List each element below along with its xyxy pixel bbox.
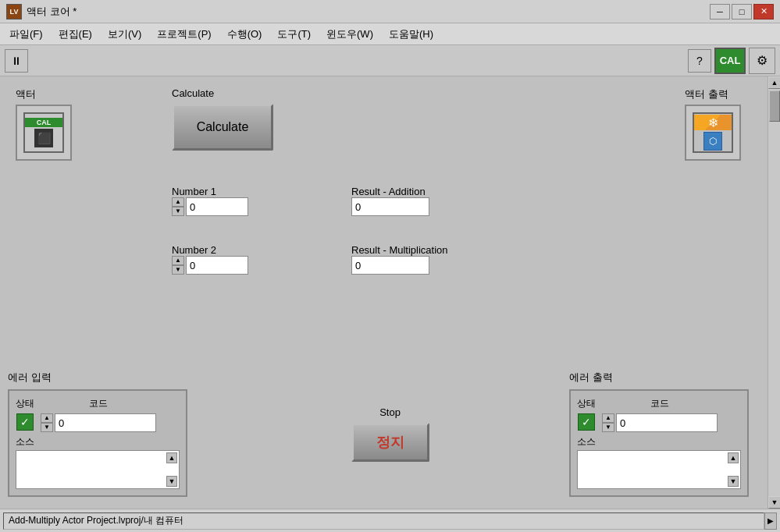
error-input-code-col: 코드 ▲ ▼ — [41, 397, 156, 432]
output-source-scroll-down[interactable]: ▼ — [728, 476, 739, 487]
error-input-box: 상태 ✓ 코드 ▲ ▼ 소스 — [8, 389, 187, 497]
status-text: Add-Multiply Actor Project.lvproj/내 컴퓨터 — [3, 512, 764, 530]
result-multiplication-input[interactable] — [351, 256, 429, 275]
toolbar-left: ⏸ — [5, 49, 28, 73]
error-code-up[interactable]: ▲ — [41, 413, 53, 423]
error-output-row: 상태 ✓ 코드 ▲ ▼ — [577, 397, 741, 432]
number1-label: Number 1 — [172, 186, 248, 197]
scroll-down-arrow[interactable]: ▼ — [768, 496, 780, 509]
error-input-code-field[interactable] — [55, 413, 156, 432]
title-bar-left: LV 액터 코어 * — [6, 4, 77, 20]
toolbar-right: ? CAL ⚙ — [688, 48, 775, 74]
help-icon: ? — [696, 55, 703, 67]
result-multiplication-label: Result - Multiplication — [351, 244, 448, 256]
error-output-state-col: 상태 ✓ — [577, 397, 596, 431]
result-addition-label: Result - Addition — [351, 186, 429, 197]
scroll-up-arrow[interactable]: ▲ — [768, 76, 780, 89]
error-code-spinner: ▲ ▼ — [41, 413, 53, 432]
close-button[interactable]: ✕ — [753, 4, 774, 20]
restore-button[interactable]: □ — [732, 4, 752, 20]
scroll-track — [768, 89, 780, 496]
error-output-code-label: 코드 — [650, 397, 669, 410]
error-output-code-col: 코드 ▲ ▼ — [602, 397, 718, 432]
result-multiplication-group: Result - Multiplication — [351, 244, 448, 275]
error-code-down[interactable]: ▼ — [41, 423, 53, 432]
error-input-source-label: 소스 — [16, 435, 180, 449]
number2-group: Number 2 ▲ ▼ — [172, 244, 248, 275]
number1-input[interactable] — [186, 197, 248, 216]
cal-label: CAL — [720, 55, 741, 66]
number2-spinner: ▲ ▼ — [172, 256, 184, 275]
stop-section: Stop 정지 — [351, 406, 429, 462]
number1-up[interactable]: ▲ — [172, 197, 184, 207]
number1-down[interactable]: ▼ — [172, 207, 184, 216]
gear-icon: ⚙ — [757, 53, 768, 68]
pause-button[interactable]: ⏸ — [5, 49, 28, 73]
actor-output-inner: ❄ ⬡ — [693, 112, 733, 153]
status-bar: Add-Multiply Actor Project.lvproj/내 컴퓨터 … — [0, 509, 780, 532]
menu-help[interactable]: 도움말(H) — [383, 25, 440, 44]
toolbar: ⏸ ? CAL ⚙ — [0, 45, 780, 76]
minimize-button[interactable]: ─ — [710, 4, 730, 20]
cube3d-icon: ⬡ — [703, 132, 722, 151]
error-output-source-label: 소스 — [577, 435, 741, 449]
scroll-thumb[interactable] — [769, 90, 780, 122]
result-addition-group: Result - Addition — [351, 186, 429, 216]
stop-button[interactable]: 정지 — [351, 423, 429, 462]
error-input-state-label: 상태 — [16, 397, 34, 410]
error-input-row: 상태 ✓ 코드 ▲ ▼ — [16, 397, 180, 432]
error-output-code-field[interactable] — [616, 413, 718, 432]
error-input-check-icon: ✓ — [16, 413, 34, 431]
error-input-title: 에러 입력 — [8, 371, 187, 385]
actor-output-block: 액터 출력 ❄ ⬡ — [685, 87, 741, 161]
error-input-section: 에러 입력 상태 ✓ 코드 ▲ ▼ — [8, 371, 187, 497]
menu-tools[interactable]: 도구(T) — [271, 25, 317, 44]
right-scrollbar: ▲ ▼ — [768, 76, 780, 509]
actor-output-label: 액터 출력 — [685, 87, 741, 101]
output-source-scroll-up[interactable]: ▲ — [728, 452, 739, 463]
number2-input[interactable] — [186, 256, 248, 275]
window-title: 액터 코어 * — [27, 5, 77, 19]
actor-inner: CAL ⬛ — [23, 112, 64, 153]
actor-icon-box: CAL ⬛ — [16, 105, 72, 161]
stop-label: Stop — [379, 406, 401, 418]
number2-up[interactable]: ▲ — [172, 256, 184, 265]
main-content: 액터 CAL ⬛ 액터 출력 ❄ ⬡ Calculate Calculate — [0, 76, 780, 509]
error-output-box: 상태 ✓ 코드 ▲ ▼ 소스 — [569, 389, 749, 497]
error-input-state-col: 상태 ✓ — [16, 397, 34, 431]
number2-down[interactable]: ▼ — [172, 265, 184, 275]
calculate-button[interactable]: Calculate — [172, 104, 273, 151]
gear-toolbar-button[interactable]: ⚙ — [749, 48, 775, 74]
menu-edit[interactable]: 편집(E) — [52, 25, 98, 44]
error-input-code-label: 코드 — [89, 397, 108, 410]
source-scroll-up[interactable]: ▲ — [166, 452, 177, 463]
menu-project[interactable]: 프로젝트(P) — [151, 25, 217, 44]
number1-spinner: ▲ ▼ — [172, 197, 184, 216]
help-button[interactable]: ? — [688, 49, 711, 73]
number2-label: Number 2 — [172, 244, 248, 256]
pause-icon: ⏸ — [11, 55, 22, 67]
title-bar: LV 액터 코어 * ─ □ ✕ — [0, 0, 780, 23]
error-output-section: 에러 출력 상태 ✓ 코드 ▲ ▼ — [569, 371, 749, 497]
menu-file[interactable]: 파일(F) — [3, 25, 49, 44]
menu-view[interactable]: 보기(V) — [102, 25, 148, 44]
menu-run[interactable]: 수행(O) — [221, 25, 269, 44]
cal-toolbar-button[interactable]: CAL — [714, 48, 746, 74]
error-output-state-label: 상태 — [577, 397, 596, 410]
cube-icon: ⬛ — [34, 129, 53, 147]
app-icon: LV — [6, 4, 22, 20]
number1-row: ▲ ▼ — [172, 197, 248, 216]
error-input-source-box: ▲ ▼ — [16, 450, 180, 489]
actor-output-icon: ❄ ⬡ — [685, 105, 741, 161]
calculate-section: Calculate Calculate — [172, 87, 273, 151]
status-right-arrow[interactable]: ▶ — [764, 512, 777, 530]
number2-row: ▲ ▼ — [172, 256, 248, 275]
source-scroll-down[interactable]: ▼ — [166, 476, 177, 487]
title-bar-controls: ─ □ ✕ — [710, 4, 774, 20]
error-output-code-down[interactable]: ▼ — [602, 423, 614, 432]
error-output-title: 에러 출력 — [569, 371, 749, 385]
error-output-code-up[interactable]: ▲ — [602, 413, 614, 423]
error-output-check-icon: ✓ — [578, 413, 595, 431]
menu-window[interactable]: 윈도우(W) — [320, 25, 379, 44]
result-addition-input[interactable] — [351, 197, 429, 216]
